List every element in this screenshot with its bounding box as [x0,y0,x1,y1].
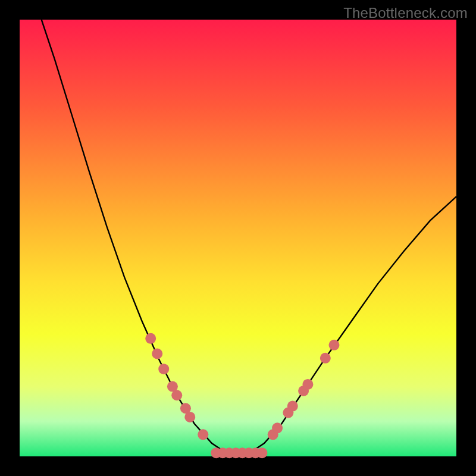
marker-dot [198,429,208,440]
marker-dot [302,379,313,390]
brand-watermark: TheBottleneck.com [343,5,468,21]
bottleneck-chart [0,0,476,476]
marker-dot [145,333,156,344]
baseline-pills-group [211,447,267,458]
marker-dot [328,340,339,350]
marker-dot [256,447,267,458]
marker-dot [287,401,298,412]
marker-dot [158,364,169,374]
marker-dot [272,422,283,433]
marker-dot [184,412,195,422]
plot-background [20,20,456,456]
marker-dot [152,349,162,359]
marker-dot [320,353,331,364]
marker-dot [171,390,182,400]
